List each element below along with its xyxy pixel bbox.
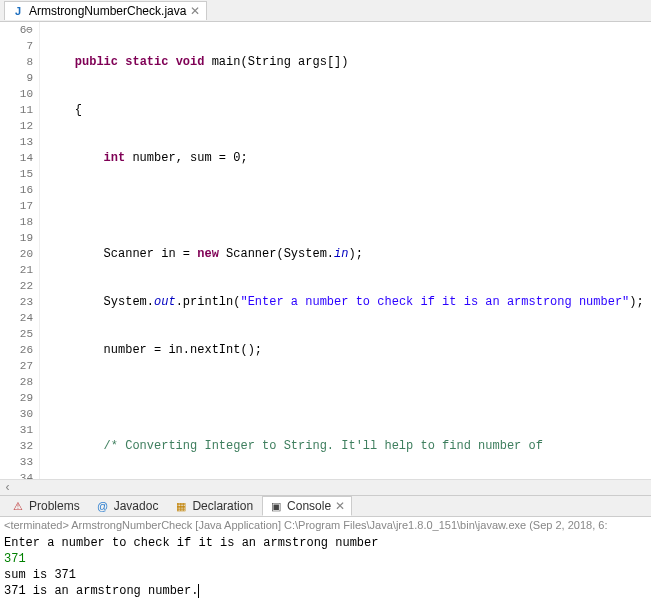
scroll-left-icon[interactable]: ‹: [4, 481, 11, 495]
line-number: 12: [0, 118, 33, 134]
code-line: /* Converting Integer to String. It'll h…: [46, 438, 651, 454]
code-line: {: [46, 102, 651, 118]
java-file-icon: J: [11, 4, 25, 18]
tab-javadoc[interactable]: @ Javadoc: [89, 496, 166, 516]
javadoc-icon: @: [96, 499, 110, 513]
code-line: int number, sum = 0;: [46, 150, 651, 166]
code-line: System.out.println("Enter a number to ch…: [46, 294, 651, 310]
line-number: 18: [0, 214, 33, 230]
line-number: 11: [0, 102, 33, 118]
tab-console-label: Console: [287, 499, 331, 513]
line-number: 19: [0, 230, 33, 246]
code-line: [46, 198, 651, 214]
code-editor[interactable]: 6⊖ 7 8 9 10 11 12 13 14 15 16 17 18 19 2…: [0, 22, 651, 479]
console-output[interactable]: Enter a number to check if it is an arms…: [0, 533, 651, 601]
line-number: 23: [0, 294, 33, 310]
line-number: 26: [0, 342, 33, 358]
tab-javadoc-label: Javadoc: [114, 499, 159, 513]
line-number: 34: [0, 470, 33, 479]
line-number: 28: [0, 374, 33, 390]
editor-tab-active[interactable]: J ArmstrongNumberCheck.java ✕: [4, 1, 207, 20]
line-number: 10: [0, 86, 33, 102]
console-line: Enter a number to check if it is an arms…: [4, 535, 647, 551]
bottom-view-tabs: ⚠ Problems @ Javadoc ▦ Declaration ▣ Con…: [0, 495, 651, 517]
line-number: 13: [0, 134, 33, 150]
tab-problems-label: Problems: [29, 499, 80, 513]
declaration-icon: ▦: [174, 499, 188, 513]
text-cursor: [198, 584, 206, 598]
console-line: 371 is an armstrong number.: [4, 583, 647, 599]
editor-tab-title: ArmstrongNumberCheck.java: [29, 4, 186, 18]
code-line: Scanner in = new Scanner(System.in);: [46, 246, 651, 262]
line-number: 29: [0, 390, 33, 406]
line-number: 7: [0, 38, 33, 54]
console-icon: ▣: [269, 499, 283, 513]
code-area[interactable]: public static void main(String args[]) {…: [40, 22, 651, 479]
line-number: 6⊖: [0, 22, 33, 38]
line-number: 33: [0, 454, 33, 470]
line-number: 31: [0, 422, 33, 438]
code-line: number = in.nextInt();: [46, 342, 651, 358]
console-line: sum is 371: [4, 567, 647, 583]
line-number: 20: [0, 246, 33, 262]
problems-icon: ⚠: [11, 499, 25, 513]
line-number: 27: [0, 358, 33, 374]
tab-problems[interactable]: ⚠ Problems: [4, 496, 87, 516]
line-number: 15: [0, 166, 33, 182]
line-number: 24: [0, 310, 33, 326]
line-number: 14: [0, 150, 33, 166]
code-line: public static void main(String args[]): [46, 54, 651, 70]
editor-tab-bar: J ArmstrongNumberCheck.java ✕: [0, 0, 651, 22]
tab-declaration-label: Declaration: [192, 499, 253, 513]
code-line: [46, 390, 651, 406]
line-number: 16: [0, 182, 33, 198]
line-number: 8: [0, 54, 33, 70]
console-header: <terminated> ArmstrongNumberCheck [Java …: [0, 517, 651, 533]
line-number: 30: [0, 406, 33, 422]
line-number-gutter: 6⊖ 7 8 9 10 11 12 13 14 15 16 17 18 19 2…: [0, 22, 40, 479]
line-number: 22: [0, 278, 33, 294]
line-number: 17: [0, 198, 33, 214]
line-number: 32: [0, 438, 33, 454]
horizontal-scrollbar[interactable]: ‹: [0, 479, 651, 495]
line-number: 25: [0, 326, 33, 342]
tab-declaration[interactable]: ▦ Declaration: [167, 496, 260, 516]
line-number: 9: [0, 70, 33, 86]
close-icon[interactable]: ✕: [335, 499, 345, 513]
close-icon[interactable]: ✕: [190, 4, 200, 18]
line-number: 21: [0, 262, 33, 278]
tab-console[interactable]: ▣ Console ✕: [262, 496, 352, 516]
console-input-line: 371: [4, 551, 647, 567]
